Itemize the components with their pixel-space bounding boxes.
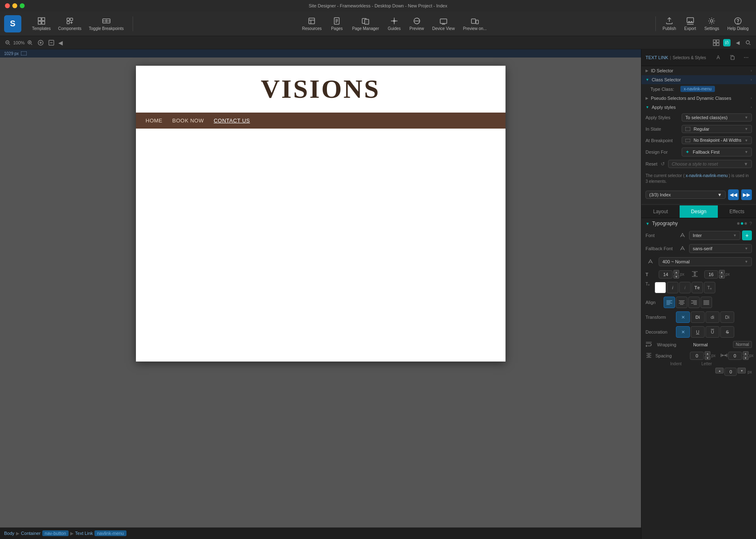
oblique-button[interactable]: i	[679, 282, 691, 293]
page-manager-button[interactable]: Page Manager	[349, 15, 382, 32]
search-icon[interactable]	[745, 39, 752, 46]
preview-button[interactable]: Preview	[406, 15, 427, 32]
breadcrumb-navbutton[interactable]: nav-button	[42, 530, 69, 536]
lineheight-up-button[interactable]: ▲	[719, 270, 725, 274]
lineheight-down-button[interactable]: ▼	[719, 274, 725, 279]
reset-icon[interactable]: ↺	[661, 161, 665, 167]
transform-uppercase-button[interactable]: Di	[691, 311, 705, 323]
add-element-icon[interactable]	[37, 39, 44, 46]
reset-dropdown[interactable]: Choose a style to reset ▼	[668, 160, 752, 168]
apply-styles-dropdown[interactable]: To selected class(es) ▼	[682, 113, 752, 122]
id-selector-row[interactable]: ▶ ID Selector ›	[641, 66, 756, 75]
tab-effects[interactable]: Effects	[718, 205, 756, 218]
resources-label: Resources	[302, 26, 322, 31]
size-input[interactable]	[659, 270, 673, 279]
align-right-button[interactable]	[688, 297, 700, 308]
panel-more-icon[interactable]: ⋯	[740, 52, 752, 63]
pseudo-selectors-row[interactable]: ▶ Pseudo Selectors and Dynamic Classes ›	[641, 94, 756, 103]
help-dialog-button[interactable]: Help Dialog	[724, 15, 752, 32]
settings-button[interactable]: Settings	[701, 15, 722, 32]
wrapping-icon	[646, 341, 654, 348]
decoration-underline-button[interactable]: U	[691, 326, 705, 338]
breadcrumb-textlink[interactable]: Text Link	[75, 531, 93, 536]
export-button[interactable]: Export	[681, 15, 699, 32]
guides-button[interactable]: Guides	[384, 15, 404, 32]
font-add-button[interactable]: +	[742, 230, 752, 240]
letter-bottom-up[interactable]: ▲	[715, 368, 724, 373]
indent-label: Indent	[670, 362, 687, 366]
text-color-swatch[interactable]	[655, 282, 666, 293]
at-breakpoint-dropdown[interactable]: No Breakpoint - All Widths ▼	[682, 136, 752, 144]
italic-button[interactable]: i	[667, 282, 678, 293]
class-selector-row[interactable]: ▼ Class Selector ›	[641, 75, 756, 84]
index-next-button[interactable]: ▶▶	[741, 189, 752, 200]
align-justify-button[interactable]	[701, 297, 712, 308]
typography-help-icon[interactable]: ?	[749, 221, 752, 226]
indent-up-button[interactable]: ▲	[705, 351, 710, 355]
element-settings-icon[interactable]	[48, 39, 55, 46]
canvas-scroll-handle[interactable]	[634, 286, 638, 302]
breadcrumb-body[interactable]: Body	[4, 531, 14, 536]
breadcrumb-container[interactable]: Container	[21, 531, 41, 536]
nav-item-home[interactable]: HOME	[146, 117, 163, 124]
letter-bottom-input[interactable]	[724, 368, 737, 376]
canvas-left-arrow[interactable]: ◀	[58, 39, 63, 46]
canvas-right-arrow[interactable]: ◀	[734, 39, 741, 46]
resources-button[interactable]: Resources	[299, 15, 325, 32]
tab-layout[interactable]: Layout	[641, 205, 680, 218]
align-center-button[interactable]	[676, 297, 687, 308]
preview-on-button[interactable]: Preview on...	[460, 15, 490, 32]
typography-section-header[interactable]: ▼ Typography ?	[641, 218, 756, 229]
weight-dropdown[interactable]: 400 ~ Normal ▼	[659, 257, 752, 266]
nav-item-contact[interactable]: CONTACT US	[214, 117, 250, 124]
toggle-breakpoints-button[interactable]: Toggle Breakpoints	[85, 15, 127, 32]
indent-input[interactable]	[690, 352, 704, 360]
publish-button[interactable]: Publish	[659, 15, 679, 32]
minimize-button[interactable]	[12, 3, 17, 8]
size-up-button[interactable]: ▲	[673, 270, 679, 274]
size-down-button[interactable]: ▼	[673, 274, 679, 279]
letter-down-button[interactable]: ▼	[743, 356, 749, 360]
design-for-value: Fallback First	[693, 150, 719, 154]
svg-rect-3	[42, 21, 45, 24]
panel-text-icon[interactable]: A	[712, 52, 724, 63]
close-button[interactable]	[5, 3, 10, 8]
index-dropdown[interactable]: (3/3) Index ▼	[646, 191, 726, 199]
nav-item-booknow[interactable]: BOOK NOW	[172, 117, 204, 124]
templates-button[interactable]: Templates	[29, 15, 54, 32]
letter-up-button[interactable]: ▲	[743, 351, 749, 355]
components-button[interactable]: Components	[55, 15, 85, 32]
code-view-icon[interactable]: ⟨/⟩	[723, 39, 731, 46]
indent-down-button[interactable]: ▼	[705, 356, 710, 360]
index-prev-button[interactable]: ◀◀	[728, 189, 739, 200]
tab-design[interactable]: Design	[680, 205, 718, 218]
fallback-font-dropdown[interactable]: sans-serif ▼	[689, 244, 752, 253]
device-view-button[interactable]: Device View	[429, 15, 458, 32]
zoom-in-icon[interactable]	[26, 39, 34, 46]
text-stroke-button[interactable]: Te	[692, 282, 703, 293]
lineheight-input[interactable]	[704, 270, 718, 279]
grid-view-icon[interactable]	[712, 39, 720, 46]
maximize-button[interactable]	[20, 3, 25, 8]
decoration-overline-button[interactable]: Ū	[705, 326, 719, 338]
transform-capitalize-button[interactable]: Di	[720, 311, 734, 323]
transform-lowercase-button[interactable]: di	[705, 311, 719, 323]
pages-button[interactable]: Pages	[326, 15, 347, 32]
apply-styles-header-row[interactable]: ▼ Apply styles ›	[641, 103, 756, 112]
decoration-none-button[interactable]: ✕	[676, 326, 690, 338]
transform-none-button[interactable]: ✕	[676, 311, 690, 323]
font-dropdown[interactable]: Inter ▼	[689, 231, 740, 240]
in-state-dropdown[interactable]: Regular ▼	[682, 125, 752, 133]
decoration-strikethrough-button[interactable]: S̶	[720, 326, 734, 338]
panel-copy-icon[interactable]	[726, 52, 738, 63]
app-logo[interactable]: S	[4, 15, 21, 32]
letter-bottom-down[interactable]: ▼	[738, 368, 746, 373]
text-shadow-button[interactable]: Tₑ	[704, 282, 715, 293]
zoom-out-icon[interactable]	[4, 39, 11, 46]
panel-text-link[interactable]: TEXT LINK	[646, 55, 668, 60]
align-left-button[interactable]	[664, 297, 675, 308]
type-class-value[interactable]: x-navlink-menu	[680, 86, 715, 92]
breadcrumb-navlinkmenu[interactable]: navlink-menu	[94, 530, 126, 536]
design-for-dropdown[interactable]: ✦ Fallback First ▼	[682, 147, 752, 157]
letter-spacing-input[interactable]	[728, 352, 742, 360]
